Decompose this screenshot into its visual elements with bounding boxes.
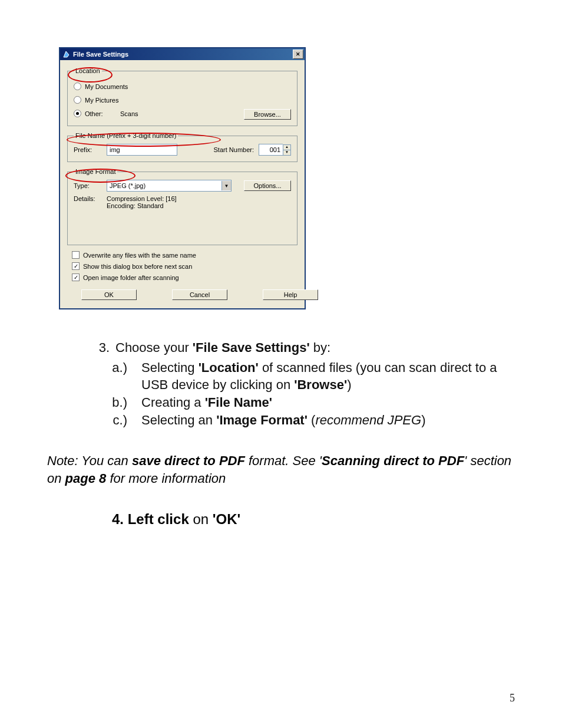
options-button[interactable]: Options...: [244, 180, 291, 191]
checkbox-icon: [72, 251, 80, 259]
details-label: Details:: [74, 195, 102, 202]
page-number: 5: [510, 692, 515, 704]
other-value: Scans: [120, 110, 138, 117]
substep-text: Selecting an 'Image Format' (recommend J…: [141, 411, 425, 429]
location-group: Location My Documents My Pictures Other:…: [67, 67, 297, 126]
close-button[interactable]: ✕: [293, 50, 303, 59]
substep-text: Creating a 'File Name': [141, 394, 272, 411]
checkbox-show-dialog[interactable]: ✓ Show this dialog box before next scan: [72, 262, 297, 270]
checkbox-overwrite[interactable]: Overwrite any files with the same name: [72, 251, 297, 259]
step-number: 3.: [47, 339, 115, 357]
start-number-value: 001: [259, 144, 283, 156]
radio-my-documents[interactable]: My Documents: [74, 83, 291, 90]
prefix-label: Prefix:: [74, 146, 102, 153]
image-format-highlight: [65, 169, 135, 183]
radio-icon: [74, 110, 81, 117]
substep-marker: a.): [74, 359, 141, 394]
titlebar: File Save Settings ✕: [60, 48, 305, 60]
checkbox-label: Show this dialog box before next scan: [83, 263, 192, 270]
radio-label: My Pictures: [85, 97, 118, 104]
checkbox-icon: ✓: [72, 274, 80, 281]
type-label: Type:: [74, 182, 102, 189]
details-text: Compression Level: [16] Encoding: Standa…: [107, 195, 177, 209]
spin-down-icon[interactable]: ▼: [283, 150, 290, 155]
type-value: JPEG (*.jpg): [107, 182, 222, 189]
filename-highlight: [67, 133, 221, 147]
type-select[interactable]: JPEG (*.jpg) ▼: [107, 180, 232, 192]
ok-button[interactable]: OK: [81, 289, 137, 300]
radio-icon: [74, 83, 81, 90]
note: Note: You can save direct to PDF format.…: [47, 452, 515, 487]
substep-marker: c.): [74, 411, 141, 429]
app-icon: [62, 50, 71, 58]
chevron-down-icon: ▼: [222, 181, 231, 190]
location-highlight: [68, 67, 113, 83]
checkbox-label: Open image folder after scanning: [83, 274, 179, 281]
step-4: 4. Left click on 'OK': [112, 511, 515, 528]
checkbox-icon: ✓: [72, 262, 80, 270]
browse-button[interactable]: Browse...: [244, 109, 291, 120]
filename-group: File Name (Prefix + 3-digit number) Pref…: [67, 132, 297, 162]
start-number-spinner[interactable]: 001 ▲▼: [259, 144, 291, 156]
spin-up-icon[interactable]: ▲: [283, 145, 290, 150]
substep-text: Selecting 'Location' of scanned files (y…: [141, 359, 515, 394]
radio-my-pictures[interactable]: My Pictures: [74, 96, 291, 104]
file-save-settings-dialog: File Save Settings ✕ Location My Documen…: [59, 47, 306, 309]
checkbox-label: Overwrite any files with the same name: [83, 252, 196, 259]
dialog-title: File Save Settings: [73, 51, 128, 58]
checkbox-open-folder[interactable]: ✓ Open image folder after scanning: [72, 274, 297, 281]
radio-label: My Documents: [85, 83, 128, 90]
cancel-button[interactable]: Cancel: [172, 289, 227, 300]
start-number-label: Start Number:: [214, 146, 254, 153]
radio-label: Other:: [85, 110, 110, 117]
instructions: 3. Choose your 'File Save Settings' by: …: [47, 339, 515, 429]
radio-icon: [74, 96, 81, 104]
image-format-group: Image Format Type: JPEG (*.jpg) ▼ Option…: [67, 168, 297, 245]
help-button[interactable]: Help: [263, 289, 318, 300]
substep-marker: b.): [74, 394, 141, 411]
step-text: Choose your 'File Save Settings' by:: [115, 339, 330, 357]
